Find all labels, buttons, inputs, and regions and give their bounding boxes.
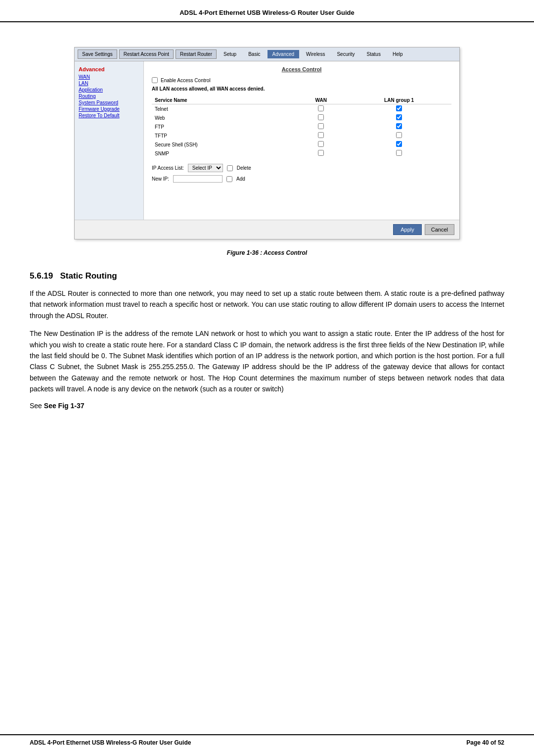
delete-checkbox[interactable] [227,165,233,171]
apply-button[interactable]: Apply [393,224,422,235]
service-wan-checkbox[interactable] [318,150,324,156]
service-wan-checkbox[interactable] [318,114,324,120]
service-lan-checkbox[interactable] [396,150,402,156]
service-lan-checkbox[interactable] [396,114,402,120]
sidebar-item-routing[interactable]: Routing [79,94,139,99]
lan-header: LAN group 1 [347,96,451,104]
ip-access-list-row: IP Access List: Select IP Delete [152,164,451,172]
tab-wireless[interactable]: Wireless [301,50,330,58]
service-name-header: Service Name [152,96,295,104]
service-lan-cell [347,122,451,131]
service-row: TFTP [152,131,451,140]
service-wan-cell [295,122,347,131]
service-lan-checkbox[interactable] [396,141,402,147]
restart-router-button[interactable]: Restart Router [176,49,217,59]
enable-access-control-checkbox[interactable] [152,77,158,83]
main-content: Save Settings Restart Access Point Resta… [0,22,534,425]
tab-security[interactable]: Security [332,50,359,58]
main-panel: Access Control Enable Access Control All… [144,61,459,220]
footer-title: ADSL 4-Port Ethernet USB Wireless-G Rout… [30,739,191,746]
service-lan-cell [347,140,451,149]
restart-access-point-button[interactable]: Restart Access Point [119,49,174,59]
sidebar-item-firmware-upgrade[interactable]: Firmware Upgrade [79,106,139,112]
delete-label: Delete [237,165,251,171]
service-row: FTP [152,122,451,131]
service-row: SNMP [152,149,451,158]
sidebar-item-system-password[interactable]: System Password [79,100,139,105]
nav-bar: Save Settings Restart Access Point Resta… [75,47,459,61]
sidebar-item-restore-default[interactable]: Restore To Default [79,113,139,118]
service-lan-cell [347,113,451,122]
tab-help[interactable]: Help [388,50,408,58]
service-row: Secure Shell (SSH) [152,140,451,149]
service-wan-checkbox[interactable] [318,123,324,129]
service-wan-cell [295,113,347,122]
tab-basic[interactable]: Basic [243,50,265,58]
tab-advanced[interactable]: Advanced [267,50,299,58]
cancel-button[interactable]: Cancel [425,224,454,235]
service-wan-checkbox[interactable] [318,141,324,147]
service-lan-cell [347,104,451,114]
service-name-cell: SNMP [152,149,295,158]
save-settings-button[interactable]: Save Settings [78,49,117,59]
service-lan-checkbox[interactable] [396,132,402,138]
service-name-cell: Secure Shell (SSH) [152,140,295,149]
new-ip-row: New IP: Add [152,175,451,183]
service-lan-checkbox[interactable] [396,123,402,129]
enable-access-control-label: Enable Access Control [161,78,211,83]
service-wan-cell [295,149,347,158]
buttons-row: Apply Cancel [75,220,459,239]
tab-status[interactable]: Status [362,50,386,58]
fig-ref: See Fig 1-37 [44,402,85,410]
service-wan-cell [295,140,347,149]
enable-access-control-row: Enable Access Control [152,77,451,83]
new-ip-label: New IP: [152,176,169,182]
section-heading: 5.6.19 Static Routing [30,271,504,281]
router-body: Advanced WAN LAN Application Routing Sys… [75,61,459,220]
service-row: Web [152,113,451,122]
service-lan-cell [347,131,451,140]
service-wan-checkbox[interactable] [318,105,324,111]
service-wan-cell [295,131,347,140]
service-row: Telnet [152,104,451,114]
footer-page: Page 40 of 52 [466,739,504,746]
add-label: Add [236,176,245,182]
section-number: 5.6.19 [30,271,53,281]
service-lan-cell [347,149,451,158]
service-name-cell: TFTP [152,131,295,140]
sidebar-title: Advanced [79,66,139,72]
page-header: ADSL 4-Port Ethernet USB Wireless-G Rout… [0,0,534,22]
body-paragraph-2: The New Destination IP is the address of… [30,328,504,394]
service-lan-checkbox[interactable] [396,105,402,111]
service-table: Service Name WAN LAN group 1 TelnetWebFT… [152,96,451,158]
sidebar-item-wan[interactable]: WAN [79,74,139,80]
service-name-cell: FTP [152,122,295,131]
service-wan-cell [295,104,347,114]
router-ui-screenshot: Save Settings Restart Access Point Resta… [74,47,460,239]
wan-header: WAN [295,96,347,104]
add-checkbox[interactable] [226,176,232,182]
header-title: ADSL 4-Port Ethernet USB Wireless-G Rout… [179,9,355,16]
figure-caption: Figure 1-36 : Access Control [30,249,504,256]
body-paragraph-1: If the ADSL Router is connected to more … [30,288,504,321]
section-title: Static Routing [60,271,117,281]
service-name-cell: Web [152,113,295,122]
service-wan-checkbox[interactable] [318,132,324,138]
service-name-cell: Telnet [152,104,295,114]
page-footer: ADSL 4-Port Ethernet USB Wireless-G Rout… [0,734,534,746]
sidebar-item-application[interactable]: Application [79,87,139,93]
panel-title: Access Control [152,66,451,72]
sidebar-item-lan[interactable]: LAN [79,81,139,86]
ip-access-list-select[interactable]: Select IP [188,164,223,172]
tab-setup[interactable]: Setup [219,50,241,58]
ip-access-list-label: IP Access List: [152,165,184,171]
see-fig: See See Fig 1-37 [30,402,504,410]
new-ip-input[interactable] [173,175,222,183]
access-info: All LAN access allowed, all WAN access d… [152,86,451,92]
sidebar: Advanced WAN LAN Application Routing Sys… [75,61,144,220]
